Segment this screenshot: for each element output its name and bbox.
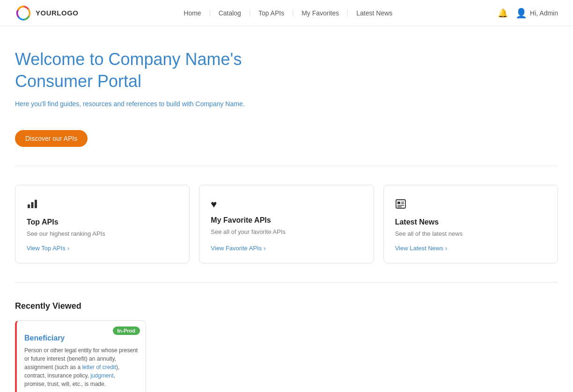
logo-icon	[15, 5, 32, 22]
favorites-arrow-icon: ›	[264, 245, 265, 252]
judgment-link[interactable]: judgment	[90, 372, 113, 379]
user-menu[interactable]: 👤 Hi, Admin	[515, 7, 558, 19]
hero-section: Welcome to Company Name's Consumer Porta…	[15, 49, 558, 147]
latest-news-icon	[395, 198, 546, 212]
top-apis-arrow-icon: ›	[67, 245, 69, 252]
latest-news-card-title: Latest News	[395, 218, 546, 226]
divider-1	[15, 166, 558, 166]
in-prod-badge: In-Prod	[113, 327, 140, 335]
api-description: Person or other legal entity for whose p…	[24, 346, 138, 388]
main-content: Welcome to Company Name's Consumer Porta…	[0, 26, 573, 392]
top-apis-card-title: Top APIs	[27, 218, 178, 226]
nav-home[interactable]: Home	[175, 10, 210, 16]
letter-of-credit-link[interactable]: letter of credit	[82, 364, 116, 370]
notification-bell-icon[interactable]: 🔔	[498, 8, 508, 18]
svg-point-0	[16, 6, 31, 21]
nav-top-apis[interactable]: Top APIs	[250, 10, 293, 16]
hero-subtitle: Here you'll find guides, resources and r…	[15, 100, 558, 108]
favorites-card: ♥ My Favorite APIs See all of your favor…	[199, 185, 374, 263]
nav-links: Home Catalog Top APIs My Favorites Lates…	[175, 10, 401, 16]
user-avatar-icon: 👤	[515, 7, 527, 19]
logo[interactable]: YOURLOGO	[15, 5, 79, 22]
logo-text: YOURLOGO	[36, 9, 79, 17]
svg-rect-3	[35, 200, 37, 208]
svg-rect-5	[397, 202, 400, 204]
recently-viewed-section: Recently Viewed In-Prod Beneficiary Pers…	[15, 301, 558, 392]
svg-rect-2	[31, 202, 34, 208]
user-greeting: Hi, Admin	[530, 9, 558, 17]
top-apis-card: Top APIs See our highest ranking APIs Vi…	[15, 185, 190, 263]
latest-news-arrow-icon: ›	[445, 245, 447, 252]
nav-right: 🔔 👤 Hi, Admin	[498, 7, 558, 19]
favorites-icon: ♥	[211, 198, 362, 211]
latest-news-card: Latest News See all of the latest news V…	[383, 185, 558, 263]
api-title[interactable]: Beneficiary	[24, 334, 138, 342]
hero-title: Welcome to Company Name's Consumer Porta…	[15, 49, 558, 93]
feature-cards: Top APIs See our highest ranking APIs Vi…	[15, 185, 558, 263]
top-apis-card-desc: See our highest ranking APIs	[27, 230, 178, 237]
discover-apis-button[interactable]: Discover our APIs	[15, 130, 88, 147]
svg-rect-1	[28, 204, 30, 208]
nav-catalog[interactable]: Catalog	[210, 10, 250, 16]
view-latest-news-link[interactable]: View Latest News ›	[395, 245, 546, 252]
view-favorites-link[interactable]: View Favorite APIs ›	[211, 245, 362, 252]
favorites-card-title: My Favorite APIs	[211, 216, 362, 225]
view-top-apis-link[interactable]: View Top APIs ›	[27, 245, 178, 252]
nav-latest-news[interactable]: Latest News	[348, 10, 401, 16]
nav-my-favorites[interactable]: My Favorites	[293, 10, 348, 16]
favorites-card-desc: See all of your favorite APIs	[211, 228, 362, 235]
top-apis-icon	[27, 198, 178, 212]
recently-viewed-title: Recently Viewed	[15, 301, 558, 311]
latest-news-card-desc: See all of the latest news	[395, 230, 546, 237]
divider-2	[15, 282, 558, 283]
recently-viewed-item: In-Prod Beneficiary Person or other lega…	[15, 320, 146, 392]
